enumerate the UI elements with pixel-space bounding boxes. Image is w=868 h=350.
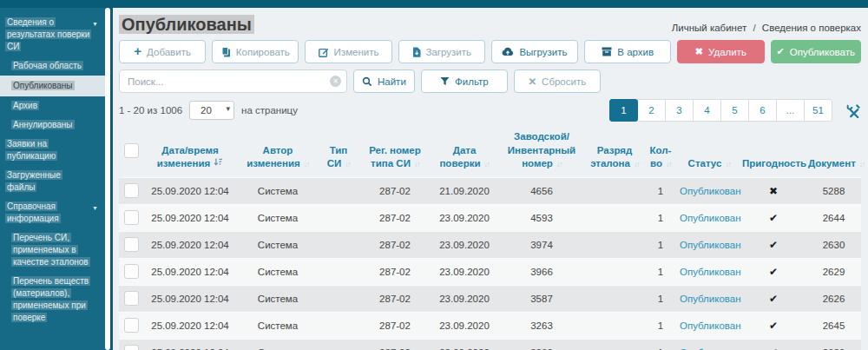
row-checkbox[interactable] [124,345,139,350]
export-button[interactable]: Выгрузить [491,40,578,63]
filter-button[interactable]: Фильтр [421,69,508,93]
col-header-fitness[interactable]: Пригодность↓↑ [740,127,806,177]
status-link[interactable]: Опубликован [680,240,741,250]
sidebar-item-reference-info[interactable]: Справочная информация▼ [0,197,105,228]
sidebar-item-publication-requests[interactable]: Заявки на публикацию [0,135,105,166]
row-checkbox[interactable] [124,264,139,279]
sort-icon[interactable]: ↓↑ [556,160,562,168]
col-header-verify-date[interactable]: Датаповерки↓↑ [431,127,497,177]
status-link[interactable]: Опубликован [680,294,741,304]
reset-button[interactable]: ✕ Сбросить [514,69,601,93]
sort-icon[interactable]: ↓↑ [859,160,865,168]
page-button-51[interactable]: 51 [804,99,832,122]
cell-serial: 3974 [497,231,586,258]
cell-fitness: ✔ [740,258,806,285]
clear-search-icon[interactable]: ✕ [330,76,341,87]
sidebar-item-work-area[interactable]: Рабочая область [0,56,105,76]
page-button-2[interactable]: 2 [637,99,666,122]
archive-button[interactable]: В архив [584,40,671,63]
fitness-yes-icon: ✔ [769,293,778,305]
status-link[interactable]: Опубликован [680,267,741,277]
sort-icon[interactable]: ↓↑ [484,160,490,168]
find-button[interactable]: Найти [353,69,415,93]
table-settings-icon[interactable] [846,103,861,118]
sidebar-item-etalon-si-list[interactable]: Перечень СИ, применяемых в качестве этал… [0,228,105,272]
add-button[interactable]: + Добавить [119,40,206,63]
sidebar-item-uploaded-files[interactable]: Загруженные файлы [0,166,105,197]
sort-icon[interactable]: ↓↑ [345,160,350,168]
chevron-down-icon[interactable]: ▼ [92,202,98,215]
per-page-select[interactable]: 20 [189,101,234,120]
sidebar-scrollbar[interactable] [105,8,110,350]
cell-reg-number: 287-02 [358,231,431,258]
col-header-document[interactable]: Документ↓↑ [806,127,861,177]
sort-icon[interactable]: ↓↑ [725,160,730,168]
sort-icon[interactable]: ↓↑ [634,160,639,168]
status-link[interactable]: Опубликован [680,213,741,223]
col-header-si-type[interactable]: ТипСИ↓↑ [319,127,358,177]
col-header-qty[interactable]: Кол-во↓↑ [643,127,678,177]
sidebar-item-published[interactable]: Опубликованы [0,76,105,96]
search-field-wrap: ✕ [119,69,347,93]
cell-document: 2629 [806,258,861,285]
copy-button[interactable]: Копировать [212,40,299,63]
sort-amount-down-icon[interactable] [214,160,223,168]
col-header-etalon-grade[interactable]: Разрядэталона↓↑ [586,127,643,177]
breadcrumb: Личный кабинет / Сведения о поверках [672,15,861,33]
sort-icon[interactable]: ↓↑ [304,160,309,168]
chevron-down-icon[interactable]: ▼ [92,18,98,30]
row-checkbox[interactable] [124,291,139,306]
sidebar-item-substances-list[interactable]: Перечень веществ (материалов), применяем… [0,272,105,327]
sidebar-item-archive[interactable]: Архив [0,96,105,116]
page-button-6[interactable]: 6 [748,99,777,122]
table-row[interactable]: 25.09.2020 12:04Система287-0223.09.20204… [119,204,861,231]
cell-datetime: 25.09.2020 12:04 [143,312,237,339]
delete-button[interactable]: ✖ Удалить [677,40,764,63]
status-link[interactable]: Опубликован [680,320,741,331]
search-input[interactable] [119,69,347,93]
col-header-serial[interactable]: Заводской/Инвентарный номер↓↑ [497,127,586,177]
row-checkbox[interactable] [124,318,139,333]
edit-button[interactable]: Изменить [305,40,391,63]
publish-button[interactable]: ✔ Опубликовать [771,40,861,63]
page-button-4[interactable]: 4 [693,99,721,122]
sidebar-item-label: Рабочая область [11,61,83,70]
cell-fitness: ✖ [740,177,806,204]
col-header-status[interactable]: Статус↓↑ [678,127,740,177]
page-button-5[interactable]: 5 [720,99,749,122]
upload-button[interactable]: Загрузить [398,40,485,63]
cell-serial: 3587 [497,285,586,312]
cloud-upload-icon [502,47,514,56]
col-header-label: поверки [439,158,480,168]
select-all-checkbox[interactable] [124,143,139,158]
table-row[interactable]: 25.09.2020 12:04Система287-0223.09.20203… [119,231,861,258]
table-row[interactable]: 25.09.2020 12:04Система287-0223.09.20203… [119,339,861,350]
fitness-yes-icon: ✔ [769,320,778,332]
table-row[interactable]: 25.09.2020 12:04Система287-0223.09.20203… [119,312,861,339]
table-row[interactable]: 25.09.2020 12:04Система287-0223.09.20203… [119,258,861,285]
col-header-label: Инвентарный номер [508,145,575,169]
cell-si-type [319,339,358,350]
col-header-datetime[interactable]: Дата/времяизменения [143,127,237,177]
copy-icon [221,47,231,57]
sidebar-item-annulled[interactable]: Аннулированы [0,116,105,135]
table-row[interactable]: 25.09.2020 12:04Система287-0221.09.20204… [119,177,861,204]
page-button-1[interactable]: 1 [609,99,638,122]
col-header-label: Разряд [597,145,633,155]
row-checkbox[interactable] [124,183,139,198]
table-body: 25.09.2020 12:04Система287-0221.09.20204… [119,177,861,350]
col-header-author[interactable]: Авторизменения↓↑ [237,127,319,177]
cell-verify-date: 23.09.2020 [431,231,497,258]
page-button-3[interactable]: 3 [665,99,694,122]
cell-author: Система [237,312,319,339]
sort-icon[interactable]: ↓↑ [666,160,671,168]
breadcrumb-personal-cabinet[interactable]: Личный кабинет [672,23,747,33]
col-header-reg-number[interactable]: Рег. номертипа СИ↓↑ [358,127,431,177]
row-checkbox-cell [119,204,143,231]
row-checkbox[interactable] [124,237,139,252]
status-link[interactable]: Опубликован [680,186,741,196]
table-row[interactable]: 25.09.2020 12:04Система287-0223.09.20203… [119,285,861,312]
sort-icon[interactable]: ↓↑ [414,160,419,168]
sidebar-item-verification-results[interactable]: Сведения о результатах поверки СИ▼ [0,13,105,56]
row-checkbox[interactable] [124,210,139,225]
